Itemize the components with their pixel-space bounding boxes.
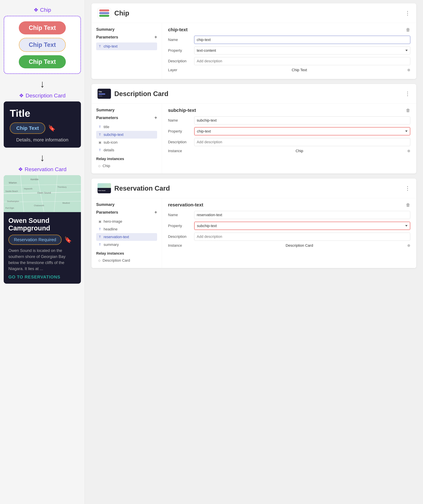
desc-description-label: Description <box>168 140 191 144</box>
chip-more-button[interactable]: ⋮ <box>405 10 410 16</box>
chip-layer-value: Chip Text <box>292 68 307 72</box>
chip-component-box: Chip Text Chip Text Chip Text <box>4 16 81 74</box>
desc-card-name: Description Card <box>114 90 168 98</box>
thumb-chip-green <box>99 15 109 17</box>
desc-description-input[interactable] <box>194 138 410 146</box>
res-trash-button[interactable]: 🗑 <box>406 202 410 208</box>
desc-param-title[interactable]: T title <box>96 123 157 131</box>
arrow-down-2: ↓ <box>40 153 45 163</box>
chip-col-right: chip-text 🗑 Name Property text-content D… <box>162 23 416 79</box>
desc-instance-row: Instance Chip ⊕ <box>168 149 410 153</box>
res-card-name: Reservation Card <box>114 185 170 192</box>
res-instance-label: Instance <box>168 243 191 248</box>
res-add-param-button[interactable]: + <box>155 210 157 215</box>
chip-trash-button[interactable]: 🗑 <box>406 27 410 32</box>
diamond-icon-2: ❖ <box>19 92 24 99</box>
right-panel: Chip ⋮ Summary Parameters + T chip-text … <box>85 0 423 504</box>
desc-param-subicon-icon: ▣ <box>98 141 101 144</box>
res-card-header: Owen Sound Reservation Card ⋮ <box>91 179 416 198</box>
svg-text:Chatsworth: Chatsworth <box>34 204 44 207</box>
res-instance-row: Instance Description Card ⊕ <box>168 243 410 248</box>
desc-card-details: Details, more information <box>10 137 75 143</box>
chip-name-input[interactable] <box>194 36 410 44</box>
res-col-left: Summary Parameters + ▣ hero-image T head… <box>91 198 162 268</box>
res-name-label: Name <box>168 213 191 217</box>
desc-name-row: Name <box>168 116 410 125</box>
desc-instance-target-icon[interactable]: ⊕ <box>407 149 410 153</box>
res-summary: Owen Sound is located on the southern sh… <box>8 247 76 272</box>
res-param-hero[interactable]: ▣ hero-image <box>96 218 157 225</box>
desc-property-row: Property chip-text <box>168 127 410 135</box>
desc-name-input[interactable] <box>194 116 410 125</box>
res-param-headline-icon: T <box>98 228 101 231</box>
chip-param-text-icon: T <box>98 45 101 48</box>
res-form-header: reservation-text 🗑 <box>168 202 410 208</box>
desc-param-subicon[interactable]: ▣ sub-icon <box>96 138 157 146</box>
res-name-row: Name <box>168 211 410 219</box>
left-panel: ❖ Chip Chip Text Chip Text Chip Text ↓ ❖… <box>0 0 85 504</box>
res-property-label: Property <box>168 224 191 228</box>
res-card-body: Summary Parameters + ▣ hero-image T head… <box>91 198 416 268</box>
desc-trash-button[interactable]: 🗑 <box>406 108 410 113</box>
arrow-down-1: ↓ <box>40 79 45 89</box>
res-bookmark-icon: 🔖 <box>64 236 72 243</box>
chip-param-chip-text[interactable]: T chip-text <box>96 42 157 50</box>
chip-card-title-row: Chip <box>97 8 129 18</box>
map-area: Wiarton Kemble Sauble Beach Hepworth Owe… <box>4 175 81 212</box>
chip-description-input[interactable] <box>194 57 410 65</box>
res-instance-target-icon[interactable]: ⊕ <box>407 243 410 248</box>
res-chip-row: Reservation Required 🔖 <box>8 235 76 245</box>
desc-add-param-button[interactable]: + <box>155 115 157 120</box>
desc-card-chip-row: Chip Text 🔖 <box>10 122 75 134</box>
res-section-label: Reservation Card <box>25 166 66 173</box>
thumb-chip-red <box>99 9 109 12</box>
svg-text:Kemble: Kemble <box>30 178 39 181</box>
desc-property-label: Property <box>168 129 191 133</box>
thumb-chip-blue <box>99 12 109 14</box>
chip-form-param-name: chip-text <box>168 27 188 32</box>
svg-text:Meaford: Meaford <box>62 202 70 204</box>
desc-property-select-wrap: chip-text <box>194 127 410 135</box>
res-description-input[interactable] <box>194 233 410 241</box>
reservation-right-card: Owen Sound Reservation Card ⋮ Summary Pa… <box>91 179 416 268</box>
desc-instance-label: Instance <box>168 149 191 153</box>
res-more-button[interactable]: ⋮ <box>405 185 410 192</box>
desc-description-row: Description <box>168 138 410 146</box>
res-summary-label: Summary <box>96 202 157 207</box>
desc-card-body: Summary Parameters + T title T subchip-t… <box>91 104 416 174</box>
res-name-input[interactable] <box>194 211 410 219</box>
go-reservations[interactable]: GO TO RESERVATIONS <box>8 274 76 280</box>
res-description-label: Description <box>168 234 191 239</box>
chip-params-label: Parameters + <box>96 34 157 40</box>
chip-layer-label: Layer <box>168 68 191 72</box>
desc-more-button[interactable]: ⋮ <box>405 90 410 97</box>
res-card-box: Wiarton Kemble Sauble Beach Hepworth Owe… <box>4 175 81 284</box>
desc-col-right: subchip-text 🗑 Name Property chip-text <box>162 104 416 174</box>
res-card-headline: Owen Sound Campground <box>8 217 76 232</box>
desc-relay-label: Relay instances <box>96 157 157 161</box>
res-param-headline[interactable]: T headline <box>96 225 157 233</box>
chip-property-select[interactable]: text-content <box>194 47 410 54</box>
res-property-select-wrap: subchip-text <box>194 222 410 230</box>
diamond-icon: ❖ <box>34 7 38 13</box>
desc-thumb-title: Title <box>99 91 102 93</box>
res-relay-label: Relay instances <box>96 251 157 256</box>
res-form-param-name: reservation-text <box>168 202 203 208</box>
svg-text:Thornbury: Thornbury <box>57 186 67 188</box>
desc-form-header: subchip-text 🗑 <box>168 108 410 113</box>
bookmark-icon: 🔖 <box>48 125 56 132</box>
desc-property-select[interactable]: chip-text <box>195 127 410 135</box>
res-thumb-title: Owen Sound <box>98 190 105 191</box>
res-param-hero-icon: ▣ <box>98 220 101 223</box>
res-thumb-content: Owen Sound <box>97 188 111 192</box>
chip-add-param-button[interactable]: + <box>155 34 157 40</box>
res-param-summary[interactable]: T summary <box>96 241 157 249</box>
res-param-reservation-text[interactable]: T reservation-text <box>96 233 157 241</box>
diamond-icon-3: ❖ <box>18 166 23 173</box>
desc-thumb-text: Details... <box>99 95 103 96</box>
res-property-select[interactable]: subchip-text <box>195 222 410 230</box>
chip-layer-target-icon[interactable]: ⊕ <box>407 68 410 72</box>
desc-card-title-row: Title Details... Description Card <box>97 89 168 99</box>
desc-param-details[interactable]: T details <box>96 146 157 154</box>
desc-param-subchip[interactable]: T subchip-text <box>96 131 157 138</box>
